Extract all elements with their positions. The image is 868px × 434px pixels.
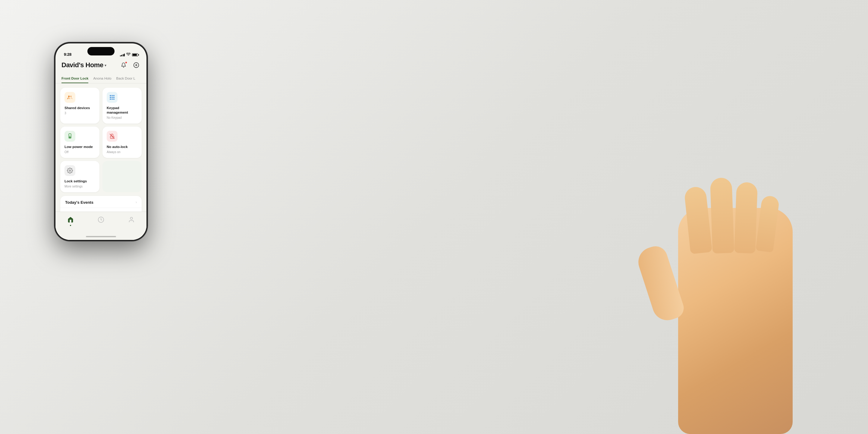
no-auto-lock-icon: [107, 131, 118, 142]
nav-history[interactable]: [97, 216, 105, 224]
lock-settings-title: Lock settings: [64, 179, 95, 184]
tab-anona-holo[interactable]: Anona Holo: [93, 75, 111, 83]
svg-rect-6: [112, 95, 113, 96]
svg-rect-7: [113, 95, 114, 96]
svg-point-4: [70, 96, 71, 97]
home-title: David's Home: [61, 61, 103, 69]
thumb: [634, 243, 686, 324]
signal-icon: [120, 53, 125, 56]
tab-bar: Front Door Lock Anona Holo Back Door L: [56, 75, 147, 84]
nav-profile[interactable]: [127, 216, 135, 224]
keypad-management-card[interactable]: Keypad management No Keypad: [102, 88, 142, 124]
header-top: David's Home ▾: [61, 61, 141, 69]
svg-point-22: [130, 217, 132, 219]
phone-screen: 9:28: [56, 43, 147, 240]
events-section[interactable]: Today's Events › Event summary: [60, 196, 142, 212]
events-summary: Event summary: [60, 208, 142, 212]
svg-rect-10: [113, 97, 114, 98]
pinky-finger: [755, 195, 780, 253]
shared-devices-title: Shared devices: [64, 106, 95, 110]
low-power-card[interactable]: Low power mode Off: [60, 127, 99, 158]
main-scroll-area: Shared devices 3: [56, 84, 147, 212]
svg-rect-5: [110, 95, 111, 96]
middle-finger: [710, 178, 735, 253]
low-power-title: Low power mode: [64, 145, 95, 149]
shared-devices-card[interactable]: Shared devices 3: [60, 88, 99, 124]
tab-back-door[interactable]: Back Door L: [116, 75, 135, 83]
svg-point-19: [112, 137, 113, 138]
lock-settings-icon: [64, 165, 75, 176]
wifi-icon: [126, 53, 130, 57]
phone-shell: 9:28: [54, 42, 148, 241]
header-actions: [119, 61, 141, 69]
svg-rect-11: [110, 98, 111, 99]
home-bar: [86, 236, 116, 237]
keypad-subtitle: No Keypad: [107, 116, 137, 119]
palm: [678, 208, 793, 434]
svg-rect-8: [110, 97, 111, 98]
svg-point-3: [68, 96, 70, 97]
empty-card: [102, 161, 142, 192]
index-finger: [684, 186, 712, 254]
no-auto-lock-card[interactable]: No auto-lock Always on: [102, 127, 142, 158]
status-icons: [120, 53, 138, 57]
svg-rect-16: [69, 133, 70, 134]
nav-home[interactable]: [66, 216, 75, 226]
app-header: David's Home ▾: [56, 59, 147, 75]
events-chevron: ›: [135, 200, 137, 204]
low-power-icon: [64, 131, 75, 142]
keypad-icon: [107, 92, 118, 103]
hand-decoration: [648, 163, 844, 434]
bell-button[interactable]: [119, 61, 128, 69]
low-power-subtitle: Off: [64, 150, 95, 154]
bottom-nav: [56, 212, 147, 233]
lock-settings-card[interactable]: Lock settings More settings: [60, 161, 99, 192]
events-title: Today's Events: [65, 200, 93, 205]
lock-settings-subtitle: More settings: [64, 185, 95, 188]
home-title-container[interactable]: David's Home ▾: [61, 61, 106, 69]
shared-devices-icon: [64, 92, 75, 103]
battery-icon: [132, 53, 138, 56]
no-auto-lock-title: No auto-lock: [107, 145, 137, 149]
svg-rect-12: [112, 98, 113, 99]
profile-nav-icon: [127, 216, 135, 224]
events-header[interactable]: Today's Events ›: [60, 196, 142, 208]
notification-dot: [125, 61, 127, 64]
svg-rect-9: [112, 97, 113, 98]
keypad-title: Keypad management: [107, 106, 137, 115]
history-nav-icon: [97, 216, 105, 224]
no-auto-lock-subtitle: Always on: [107, 150, 137, 154]
dynamic-island: [87, 47, 115, 56]
ring-finger: [734, 182, 758, 253]
nav-home-dot: [70, 225, 71, 226]
status-time: 9:28: [64, 52, 71, 57]
svg-rect-13: [113, 98, 114, 99]
card-grid: Shared devices 3: [60, 88, 142, 192]
home-nav-icon: [66, 216, 75, 224]
dropdown-arrow: ▾: [104, 63, 106, 67]
tab-front-door-lock[interactable]: Front Door Lock: [61, 75, 88, 83]
screen-content: David's Home ▾: [56, 59, 147, 240]
add-button[interactable]: [132, 61, 141, 69]
svg-point-20: [69, 170, 71, 171]
home-indicator: [56, 233, 147, 240]
scene: 9:28: [0, 0, 868, 434]
shared-devices-subtitle: 3: [64, 112, 95, 115]
